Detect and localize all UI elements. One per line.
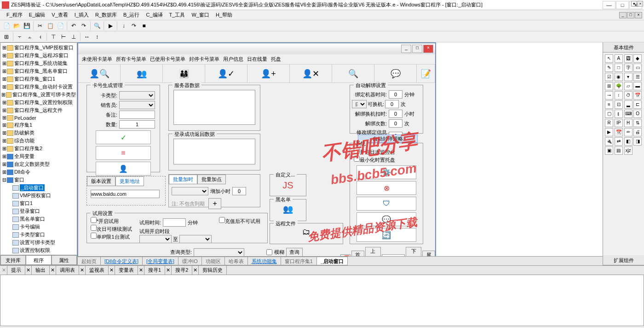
comp-button[interactable]: ▭ <box>633 64 642 72</box>
minimize-button[interactable]: — <box>603 1 615 9</box>
otab-search2[interactable]: 搜寻2 <box>171 265 192 275</box>
tb-open[interactable]: 📂 <box>12 21 21 30</box>
icon-user-ban[interactable]: 👤✕ <box>290 64 332 82</box>
etab-dll[interactable]: [Dll命令定义表] <box>100 257 143 265</box>
btn-batch-add[interactable]: + <box>208 198 221 209</box>
tree-node-windows[interactable]: ⊟窗口 <box>1 176 76 184</box>
otab-watch[interactable]: 监视表 <box>85 265 109 275</box>
comp-hotkey[interactable]: ⌨ <box>624 110 632 118</box>
input-switch[interactable] <box>385 100 399 108</box>
comp-updown[interactable]: ⇅ <box>633 119 642 127</box>
comp-radio[interactable]: ◉ <box>615 73 623 81</box>
comp-pointer[interactable]: ↖ <box>605 54 613 63</box>
comp-scroll[interactable]: ↕ <box>615 91 623 100</box>
fm-tray[interactable]: 托盘 <box>271 56 281 63</box>
tree-window-item[interactable]: VMP授权窗口 <box>1 192 76 199</box>
otab-clip[interactable]: 剪辑历史 <box>198 265 227 275</box>
sel-day[interactable]: 日 <box>352 100 367 108</box>
chk-single-ip[interactable] <box>91 233 97 239</box>
chk-nextday[interactable] <box>91 225 97 231</box>
tree-node[interactable]: ⊞综合功能 <box>1 137 76 145</box>
tb-align-mid[interactable]: ⊢ <box>59 32 68 41</box>
comp-text[interactable]: 字 <box>624 64 632 72</box>
menu-tools[interactable]: T_工具 <box>167 11 188 19</box>
fm-banned[interactable]: 封停卡号菜单 <box>189 56 219 63</box>
tree-node[interactable]: ⊞Dll命令 <box>1 168 76 176</box>
comp-tree[interactable]: 🌳 <box>615 82 623 90</box>
sel-batch[interactable] <box>172 187 208 195</box>
tree-node[interactable]: ⊞窗口程序集_远程文件 <box>1 106 76 114</box>
btn-generate[interactable]: ✓ <box>96 130 151 144</box>
comp-header[interactable]: H <box>624 119 632 127</box>
tree-window-item[interactable]: _启动窗口 <box>1 184 76 192</box>
menu-database[interactable]: R_数据库 <box>92 11 120 19</box>
tb-align-bot[interactable]: ⊥ <box>69 32 78 41</box>
comp-ole[interactable]: O <box>633 110 642 118</box>
input-bind-time[interactable] <box>389 90 402 99</box>
tree-node[interactable]: ⊞窗口程序集_设置控制权限 <box>1 99 76 106</box>
menu-help[interactable]: H_帮助 <box>213 11 235 19</box>
tree-window-item[interactable]: 卡号编辑 <box>1 223 76 231</box>
btn-gear[interactable]: ⚙️ <box>356 165 416 179</box>
btn-refresh[interactable]: 🔄 <box>356 228 416 242</box>
menu-view[interactable]: V_查看 <box>49 11 70 19</box>
sel-card-type[interactable] <box>119 91 155 100</box>
tree-window-item[interactable]: 设置可绑卡类型 <box>1 239 76 246</box>
tree-window-item[interactable]: 卡类型窗口 <box>1 231 76 239</box>
comp-timer[interactable]: ⏱ <box>624 91 632 100</box>
comp-animate[interactable]: ▶ <box>605 128 613 136</box>
comp-status[interactable]: ▂ <box>624 100 632 109</box>
tab-batch-time[interactable]: 批量加时 <box>169 175 197 184</box>
tb-align-right[interactable]: ⫞ <box>35 32 45 41</box>
btn-shield[interactable]: 🛡 <box>356 197 416 211</box>
input-batch-hour[interactable] <box>232 187 246 195</box>
tb-copy[interactable]: 📋 <box>46 21 55 30</box>
btn-search[interactable]: 查询 <box>286 248 303 257</box>
tree-node[interactable]: ⊞窗口程序集_远程JS窗口 <box>1 52 76 59</box>
project-tree[interactable]: ⊞窗口程序集_VMP授权窗口⊞窗口程序集_远程JS窗口⊞窗口程序集_系统功能集⊞… <box>0 43 77 255</box>
comp-print[interactable]: 🖨 <box>633 128 642 136</box>
btn-stack[interactable]: ≡ <box>96 146 151 160</box>
input-switch-cost[interactable] <box>389 110 402 118</box>
form-close-icon[interactable]: × <box>423 45 433 53</box>
input-trial-time[interactable] <box>163 218 186 227</box>
sel-seller[interactable] <box>119 101 155 109</box>
etab-bufio[interactable]: 缓冲IO <box>178 257 202 265</box>
mdi-max[interactable]: □ <box>627 12 634 18</box>
tree-node[interactable]: ⊞窗口程序集_设置可绑卡类型 <box>1 91 76 99</box>
etab-global[interactable]: [全局变量表] <box>142 257 178 265</box>
comp-splitter[interactable]: ⫿ <box>615 110 623 118</box>
tree-node[interactable]: ⊞窗口程序集_系统功能集 <box>1 59 76 67</box>
fm-online[interactable]: 日在线量 <box>247 56 267 63</box>
input-unbind-cnt[interactable] <box>389 119 402 128</box>
icon-chat[interactable]: 💬 <box>374 64 417 82</box>
tb-undo[interactable]: ↶ <box>69 21 78 30</box>
input-qty[interactable] <box>119 120 155 129</box>
comp-misc1[interactable]: ◧ <box>624 137 632 146</box>
tb-new[interactable]: 📄 <box>2 21 11 30</box>
comp-progress[interactable]: ▬ <box>633 82 642 90</box>
comp-misc4[interactable]: ▤ <box>615 146 623 155</box>
tab-update-url[interactable]: 更新地址 <box>115 176 144 186</box>
otab-var[interactable]: 变量表 <box>115 265 138 275</box>
comp-check[interactable]: ☑ <box>605 73 613 81</box>
tree-node[interactable]: ⊞自定义数据类型 <box>1 160 76 168</box>
menu-window[interactable]: W_窗口 <box>189 11 212 19</box>
fm-userinfo[interactable]: 用户信息 <box>223 56 243 63</box>
etab-winset1[interactable]: 窗口程序集1 <box>281 257 317 265</box>
fm-used[interactable]: 已使用卡号菜单 <box>150 56 185 63</box>
comp-serial[interactable]: ⇄ <box>615 137 623 146</box>
comp-calendar[interactable]: 📆 <box>615 128 623 136</box>
mdi-min[interactable]: _ <box>619 12 627 18</box>
otab-call[interactable]: 调用表 <box>56 265 79 275</box>
etab-start[interactable]: 起始页 <box>77 257 101 265</box>
btn-user[interactable]: 👤 <box>96 162 151 176</box>
comp-panel[interactable]: ▢ <box>605 110 613 118</box>
menu-compile[interactable]: C_编译 <box>144 11 166 19</box>
tree-node[interactable]: ⊞窗口程序集_窗口1 <box>1 75 76 83</box>
tb-find[interactable]: 🔍 <box>92 21 102 30</box>
comp-ip[interactable]: IP <box>615 119 623 127</box>
tb-same-w[interactable]: ↔ <box>82 32 92 41</box>
comp-combo[interactable]: ▾ <box>624 73 632 81</box>
icon-user-check[interactable]: 👤✓ <box>205 64 247 82</box>
